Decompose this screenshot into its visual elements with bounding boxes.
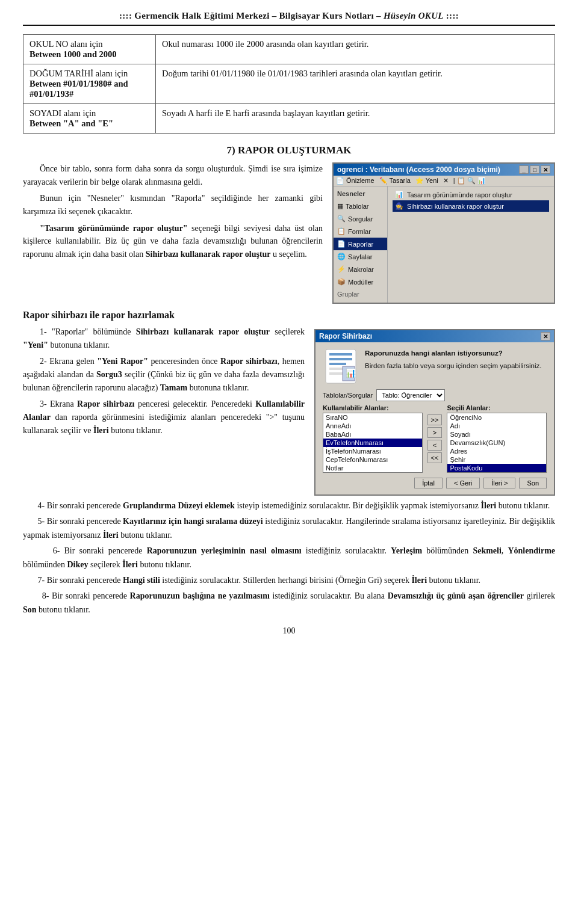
sayfalar-icon: 🌐 xyxy=(337,253,346,260)
list-item-evtelefon[interactable]: EvTelefonNumarası xyxy=(323,439,422,447)
rapor-window-title: Rapor Sihirbazı xyxy=(319,332,372,340)
table-row: SOYADI alanı içinBetween "A" and "E" Soy… xyxy=(23,104,555,134)
list-item-sehir[interactable]: Şehir xyxy=(447,455,546,464)
access-option-sihirbaz[interactable]: 🧙 Sihirbazı kullanarak rapor oluştur xyxy=(393,200,549,212)
rapor-step3: 3- Ekrana Rapor sihirbazı penceresi gele… xyxy=(23,398,305,437)
secili-listbox[interactable]: ÖğrenciNo Adı Soyadı Devamsızlık(GUN) Ad… xyxy=(447,413,547,473)
tablo-sorgular-select[interactable]: Tablo: Öğrenciler xyxy=(376,389,445,401)
sidebar-item-raporlar[interactable]: 📄 Raporlar xyxy=(334,238,387,250)
rapor-titlebar: Rapor Sihirbazı ✕ xyxy=(315,330,554,342)
header-suffix: :::: xyxy=(446,11,459,20)
makrolar-icon: ⚡ xyxy=(337,265,346,273)
svg-rect-5 xyxy=(329,372,344,375)
transfer-all-right-button[interactable]: >> xyxy=(427,414,443,425)
transfer-one-right-button[interactable]: > xyxy=(427,427,443,438)
list-item-sirano[interactable]: SıraNO xyxy=(323,413,422,422)
wizard-svg: 📊 xyxy=(325,348,358,384)
section-7-para1: Önce bir tablo, sonra form daha sonra da… xyxy=(23,162,323,188)
svg-rect-1 xyxy=(329,353,352,356)
bottom-steps: 4- Bir sonraki pencerede Gruplandırma Dü… xyxy=(23,499,555,617)
access-titlebar: ogrenci : Veritabanı (Access 2000 dosya … xyxy=(334,164,554,176)
menu-toolbar-icons: | 📋 🔍 📊 xyxy=(453,177,486,185)
page-header: :::: Germencik Halk Eğitimi Merkezi – Bi… xyxy=(23,11,555,26)
access-menubar: 📄 Önizleme ✏️ Tasarla ⭐ Yeni ✕ | 📋 🔍 📊 xyxy=(334,176,554,186)
kullanilabilir-listbox[interactable]: SıraNO AnneAdı BabaAdı EvTelefonNumarası… xyxy=(323,413,423,473)
close-button[interactable]: ✕ xyxy=(541,165,550,174)
rapor-body: 📊 Raporunuzda hangi alanları istiyorsunu… xyxy=(315,342,554,494)
rapor-two-col: 1- "Raporlar" bölümünde Sihirbazı kullan… xyxy=(23,325,555,496)
sihirbaz-icon: 🧙 xyxy=(395,202,403,210)
list-item-istelefon[interactable]: İşTelefonNumarası xyxy=(323,447,422,455)
rapor-left-text: 1- "Raporlar" bölümünde Sihirbazı kullan… xyxy=(23,325,305,496)
list-item-fotograf[interactable]: Fotoğraf xyxy=(323,472,422,473)
rapor-close-button[interactable]: ✕ xyxy=(541,332,550,340)
access-sidebar: Nesneler ▦ Tablolar 🔍 Sorgular 📋 Formlar… xyxy=(334,186,388,303)
list-item-babaadi[interactable]: BabaAdı xyxy=(323,430,422,439)
list-item-notlar[interactable]: Notlar xyxy=(323,464,422,472)
menu-x[interactable]: ✕ xyxy=(443,177,449,185)
transfer-all-left-button[interactable]: << xyxy=(427,452,443,463)
sidebar-item-tablolar[interactable]: ▦ Tablolar xyxy=(334,200,387,212)
tasarim-icon: 📊 xyxy=(395,191,403,199)
rapor-section-title: Rapor sihirbazı ile rapor hazırlamak xyxy=(23,310,555,321)
list-item-postakodu[interactable]: PostaKodu xyxy=(447,464,546,472)
rapor-win-buttons: ✕ xyxy=(541,332,550,340)
rapor-desc-sub: Birden fazla tablo veya sorgu içinden se… xyxy=(365,361,547,371)
son-button[interactable]: Son xyxy=(519,478,547,488)
transfer-one-left-button[interactable]: < xyxy=(427,440,443,451)
sidebar-item-sayfalar[interactable]: 🌐 Sayfalar xyxy=(334,250,387,263)
access-window: ogrenci : Veritabanı (Access 2000 dosya … xyxy=(332,162,555,304)
sidebar-item-formlar[interactable]: 📋 Formlar xyxy=(334,225,387,238)
step-4: 4- Bir sonraki pencerede Gruplandırma Dü… xyxy=(23,499,555,513)
tablo-sorgular-label: Tablolar/Sorgular xyxy=(323,392,373,399)
between-desc-2: Doğum tarihi 01/01/11980 ile 01/01/1983 … xyxy=(156,64,555,104)
menu-onizleme[interactable]: 📄 Önizleme xyxy=(336,177,374,185)
iptal-button[interactable]: İptal xyxy=(414,478,443,488)
list-item-ogrencino[interactable]: ÖğrenciNo xyxy=(447,413,546,422)
between-table: OKUL NO alanı içinBetween 1000 and 2000 … xyxy=(23,34,555,134)
sidebar-item-moduller[interactable]: 📦 Modüller xyxy=(334,276,387,288)
ileri-button[interactable]: İleri > xyxy=(483,478,515,488)
kullanilabilir-label: Kullanılabilir Alanlar: xyxy=(323,404,423,411)
rapor-wizard-icon: 📊 xyxy=(323,348,359,384)
svg-rect-2 xyxy=(329,358,352,360)
raporlar-icon: 📄 xyxy=(337,240,346,248)
step-7: 7- Bir sonraki pencerede Hangi stili ist… xyxy=(23,574,555,587)
rapor-transfer-buttons: >> > < << xyxy=(427,404,443,473)
header-title: Germencik Halk Eğitimi Merkezi – Bilgisa… xyxy=(134,11,374,20)
rapor-step1: 1- "Raporlar" bölümünde Sihirbazı kullan… xyxy=(23,325,305,351)
geri-button[interactable]: < Geri xyxy=(446,478,480,488)
rapor-window: Rapor Sihirbazı ✕ xyxy=(314,329,555,496)
sidebar-item-sorgular[interactable]: 🔍 Sorgular xyxy=(334,212,387,225)
list-item-adres[interactable]: Adres xyxy=(447,447,546,455)
secili-col: Seçili Alanlar: ÖğrenciNo Adı Soyadı Dev… xyxy=(447,404,547,473)
rapor-window-container: Rapor Sihirbazı ✕ xyxy=(314,325,555,496)
list-item-ceptelefon[interactable]: CepTelefonNumarası xyxy=(323,455,422,464)
list-item-devamsizlik[interactable]: Devamsızlık(GUN) xyxy=(447,439,546,447)
menu-yeni[interactable]: ⭐ Yeni xyxy=(415,177,438,185)
menu-tasarla[interactable]: ✏️ Tasarla xyxy=(379,177,411,185)
between-desc-3: Soyadı A harfi ile E harfi arasında başl… xyxy=(156,104,555,134)
list-item-soyadi[interactable]: Soyadı xyxy=(447,430,546,439)
step-6: 6- Bir sonraki pencerede Raporunuzun yer… xyxy=(23,544,555,571)
svg-text:📊: 📊 xyxy=(346,368,356,378)
rapor-footer-buttons: İptal < Geri İleri > Son xyxy=(323,478,547,488)
svg-rect-3 xyxy=(329,363,346,365)
tablolar-icon: ▦ xyxy=(337,202,343,210)
window-buttons: _ □ ✕ xyxy=(519,165,550,174)
list-item-anneadi[interactable]: AnneAdı xyxy=(323,422,422,430)
minimize-button[interactable]: _ xyxy=(519,165,529,174)
between-desc-1: Okul numarası 1000 ile 2000 arasında ola… xyxy=(156,35,555,64)
section-7-para3: "Tasarım görünümünde rapor oluştur" seçe… xyxy=(23,222,323,261)
access-option-tasarim[interactable]: 📊 Tasarım görünümünde rapor oluştur xyxy=(393,189,549,200)
sidebar-item-makrolar[interactable]: ⚡ Makrolar xyxy=(334,263,387,276)
list-item-adi[interactable]: Adı xyxy=(447,422,546,430)
between-condition-1: OKUL NO alanı içinBetween 1000 and 2000 xyxy=(23,35,156,64)
rapor-desc-main: Raporunuzda hangi alanları istiyorsunuz? xyxy=(365,348,547,359)
table-row: DOĞUM TARİHİ alanı içinBetween #01/01/19… xyxy=(23,64,555,104)
section-7-title: 7) RAPOR OLUŞTURMAK xyxy=(23,144,555,156)
between-condition-3: SOYADI alanı içinBetween "A" and "E" xyxy=(23,104,156,134)
sidebar-groups: Gruplar xyxy=(334,288,387,300)
page: :::: Germencik Halk Eğitimi Merkezi – Bi… xyxy=(0,0,578,924)
restore-button[interactable]: □ xyxy=(530,165,539,174)
